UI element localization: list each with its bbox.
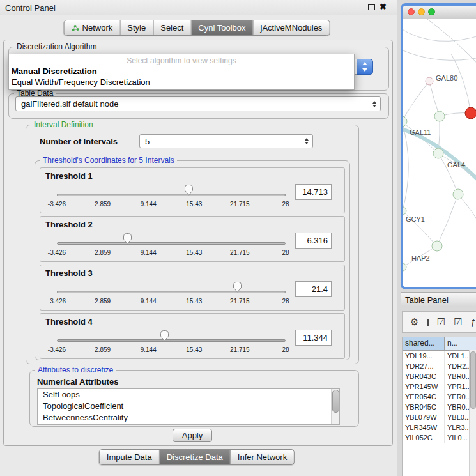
cyni-bottom-tab-bar: Impute DataDiscretize DataInfer Network bbox=[99, 449, 295, 465]
threshold-value-field[interactable]: 11.344 bbox=[295, 330, 332, 346]
table-cell-shared-name[interactable]: YBR043C bbox=[403, 371, 445, 381]
scale-tick: -3.426 bbox=[48, 346, 66, 353]
scale-tick: 9.144 bbox=[141, 298, 157, 305]
tab-jactivemnodules[interactable]: jActiveMNodules bbox=[253, 20, 330, 35]
table-cell-shared-name[interactable]: YIL052C bbox=[403, 433, 445, 443]
threshold-value-field[interactable]: 21.4 bbox=[295, 281, 332, 297]
scrollbar-thumb[interactable] bbox=[470, 351, 476, 409]
tab-network[interactable]: Network bbox=[65, 20, 120, 35]
tab-style[interactable]: Style bbox=[119, 20, 153, 35]
discretization-algorithm-group-title: Discretization Algorithm bbox=[14, 42, 99, 51]
settings-gear-icon[interactable]: ⚙ bbox=[410, 317, 418, 327]
scale-tick: 2.859 bbox=[95, 346, 111, 353]
algorithm-dropdown-popup: Select algorithm to view settings Manual… bbox=[8, 54, 355, 90]
slider-track[interactable] bbox=[57, 242, 286, 245]
network-node[interactable] bbox=[433, 148, 443, 158]
dropdown-option-manual-discretization[interactable]: Manual Discretization bbox=[9, 66, 354, 77]
threshold-slider[interactable]: -3.4262.8599.14415.4321.71528 bbox=[57, 314, 286, 358]
threshold-slider[interactable]: -3.4262.8599.14415.4321.71528 bbox=[57, 265, 286, 310]
list-scrollbar[interactable] bbox=[331, 389, 339, 424]
scale-tick: 2.859 bbox=[95, 201, 111, 208]
minimize-traffic-light-icon[interactable] bbox=[418, 8, 425, 15]
network-node[interactable] bbox=[453, 189, 463, 199]
network-node[interactable] bbox=[465, 107, 476, 119]
network-node[interactable] bbox=[403, 263, 406, 271]
numerical-attributes-list: SelfLoopsTopologicalCoefficientBetweenne… bbox=[37, 388, 340, 425]
attribute-item-selfloops[interactable]: SelfLoops bbox=[38, 389, 339, 401]
threshold-value-field[interactable]: 14.713 bbox=[295, 184, 332, 200]
network-node[interactable] bbox=[434, 111, 445, 121]
tab-label: Discretize Data bbox=[167, 452, 223, 462]
combobox-spinner-icon[interactable] bbox=[372, 101, 376, 107]
threshold-value-field[interactable]: 6.316 bbox=[295, 233, 332, 249]
threshold-list: Threshold 1 -3.4262.8599.14415.4321.7152… bbox=[40, 167, 345, 362]
function-builder-icon[interactable]: ƒ bbox=[471, 317, 476, 327]
slider-thumb[interactable] bbox=[184, 185, 194, 196]
slider-track[interactable] bbox=[57, 194, 286, 196]
scale-tick: -3.426 bbox=[48, 298, 66, 305]
table-cell-shared-name[interactable]: YLR345W bbox=[403, 422, 445, 433]
apply-button[interactable]: Apply bbox=[173, 429, 212, 442]
scrollbar-thumb[interactable] bbox=[332, 390, 339, 413]
arrow-up-icon bbox=[362, 62, 367, 65]
table-cell-shared-name[interactable]: YDR27... bbox=[403, 361, 445, 371]
table-cell-shared-name[interactable]: YBR045C bbox=[403, 402, 445, 412]
combobox-arrows-cap[interactable] bbox=[357, 59, 373, 75]
float-window-icon[interactable] bbox=[368, 4, 375, 10]
table-row: YPR145WYPR1... bbox=[403, 381, 476, 392]
table-header-row: shared... n... bbox=[403, 337, 476, 351]
network-node[interactable] bbox=[426, 77, 433, 85]
tab-select[interactable]: Select bbox=[153, 20, 190, 35]
interval-definition-group-title: Interval Definition bbox=[31, 120, 96, 129]
thresholds-group-title: Threshold's Coordinates for 5 Intervals bbox=[40, 156, 177, 165]
network-node[interactable] bbox=[403, 207, 406, 215]
slider-scale: -3.4262.8599.14415.4321.71528 bbox=[57, 346, 286, 354]
tab-infer-network[interactable]: Infer Network bbox=[230, 450, 294, 464]
scale-tick: 28 bbox=[282, 249, 289, 256]
column-header-name[interactable]: n... bbox=[445, 337, 476, 350]
slider-thumb[interactable] bbox=[160, 330, 169, 341]
select-all-checkbox-icon[interactable]: ☑ bbox=[437, 317, 445, 327]
control-panel-tab-bar: NetworkStyleSelectCyni ToolboxjActiveMNo… bbox=[64, 20, 330, 36]
tab-cyni-toolbox[interactable]: Cyni Toolbox bbox=[190, 20, 252, 35]
slider-thumb[interactable] bbox=[123, 233, 132, 244]
threshold-panel-2: Threshold 2 -3.4262.8599.14415.4321.7152… bbox=[40, 216, 345, 262]
numerical-attributes-label: Numerical Attributes bbox=[37, 377, 118, 387]
scale-tick: 2.859 bbox=[95, 298, 111, 305]
network-node[interactable] bbox=[432, 241, 442, 251]
attribute-item-topologicalcoefficient[interactable]: TopologicalCoefficient bbox=[38, 401, 339, 412]
attribute-item-betweennesscentrality[interactable]: BetweennessCentrality bbox=[38, 412, 339, 424]
table-scrollbar[interactable] bbox=[469, 350, 476, 476]
threshold-slider[interactable]: -3.4262.8599.14415.4321.71528 bbox=[57, 168, 286, 213]
tab-label: Impute Data bbox=[107, 452, 152, 462]
dropdown-option-equal-width-frequency-discretization[interactable]: Equal Width/Frequency Discretization bbox=[9, 77, 354, 88]
table-row: YDR27...YDR2... bbox=[403, 361, 476, 371]
zoom-traffic-light-icon[interactable] bbox=[428, 8, 435, 15]
number-of-intervals-combobox[interactable]: 5 bbox=[139, 134, 313, 148]
column-layout-icon[interactable] bbox=[427, 319, 428, 326]
close-icon[interactable]: ✖ bbox=[380, 3, 387, 12]
table-data-combobox[interactable]: galFiltered.sif default node bbox=[15, 96, 381, 111]
tab-impute-data[interactable]: Impute Data bbox=[100, 450, 159, 464]
select-none-checkbox-icon[interactable]: ☑ bbox=[454, 317, 462, 327]
column-header-shared-name[interactable]: shared... bbox=[403, 337, 445, 350]
close-traffic-light-icon[interactable] bbox=[408, 8, 415, 15]
table-cell-shared-name[interactable]: YPR145W bbox=[403, 381, 445, 392]
control-panel: Control Panel ✖ NetworkStyleSelectCyni T… bbox=[0, 0, 397, 476]
slider-thumb[interactable] bbox=[233, 282, 242, 293]
slider-track[interactable] bbox=[57, 339, 286, 342]
table-cell-shared-name[interactable]: YBL079W bbox=[403, 412, 445, 422]
scale-tick: 21.715 bbox=[230, 346, 250, 353]
slider-track[interactable] bbox=[57, 291, 286, 293]
network-edge bbox=[422, 19, 476, 70]
tab-discretize-data[interactable]: Discretize Data bbox=[159, 450, 230, 464]
network-canvas[interactable]: GAL80GAL11GAL4GCY1HAP2 bbox=[403, 19, 476, 287]
scale-tick: -3.426 bbox=[48, 249, 66, 256]
threshold-slider[interactable]: -3.4262.8599.14415.4321.71528 bbox=[57, 217, 286, 261]
table-cell-shared-name[interactable]: YER054C bbox=[403, 392, 445, 402]
combobox-spinner-icon[interactable] bbox=[305, 138, 309, 144]
table-row: YLR345WYLR3... bbox=[403, 422, 476, 433]
network-window-titlebar[interactable] bbox=[403, 6, 476, 19]
table-cell-shared-name[interactable]: YDL19... bbox=[403, 351, 445, 361]
network-graph: GAL80GAL11GAL4GCY1HAP2 bbox=[403, 19, 476, 287]
